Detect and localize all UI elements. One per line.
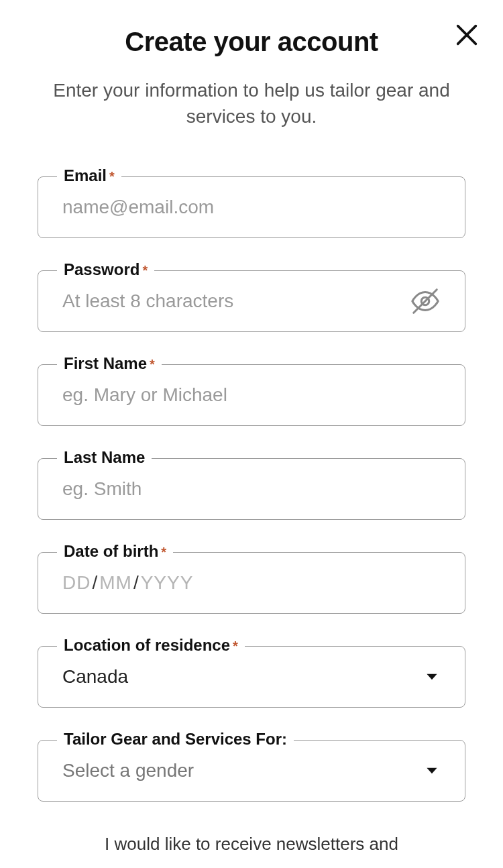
password-label: Password* [57,260,154,279]
page-title: Create your account [40,27,463,57]
email-input[interactable] [62,197,441,218]
first-name-label: First Name* [57,354,162,373]
dob-label: Date of birth* [57,542,173,561]
chevron-down-icon [423,762,441,779]
email-label: Email* [57,166,121,185]
close-button[interactable] [453,21,480,48]
gender-field-group: Tailor Gear and Services For: Select a g… [38,740,465,802]
last-name-field-group: Last Name [38,458,465,520]
location-label: Location of residence* [57,636,245,655]
password-field-group: Password* [38,270,465,332]
gender-select[interactable]: Tailor Gear and Services For: Select a g… [38,740,465,802]
dob-input[interactable]: Date of birth* DD/MM/YYYY [38,552,465,614]
dob-placeholder: DD/MM/YYYY [62,572,441,594]
last-name-label: Last Name [57,448,152,467]
email-field-group: Email* [38,176,465,238]
location-select[interactable]: Location of residence* Canada [38,646,465,708]
password-input[interactable] [62,290,441,312]
toggle-password-visibility[interactable] [410,286,441,317]
close-icon [453,21,480,48]
location-value: Canada [62,666,128,688]
signup-form: Email* Password* First Name* [0,176,503,855]
page-subtitle: Enter your information to help us tailor… [0,77,503,156]
gender-label: Tailor Gear and Services For: [57,730,294,749]
first-name-field-group: First Name* [38,364,465,426]
newsletter-text: I would like to receive newsletters and [38,834,465,855]
dob-field-group: Date of birth* DD/MM/YYYY [38,552,465,614]
eye-off-icon [410,286,441,317]
chevron-down-icon [423,668,441,686]
last-name-input[interactable] [62,478,441,500]
location-field-group: Location of residence* Canada [38,646,465,708]
gender-placeholder: Select a gender [62,760,194,781]
first-name-input[interactable] [62,384,441,406]
